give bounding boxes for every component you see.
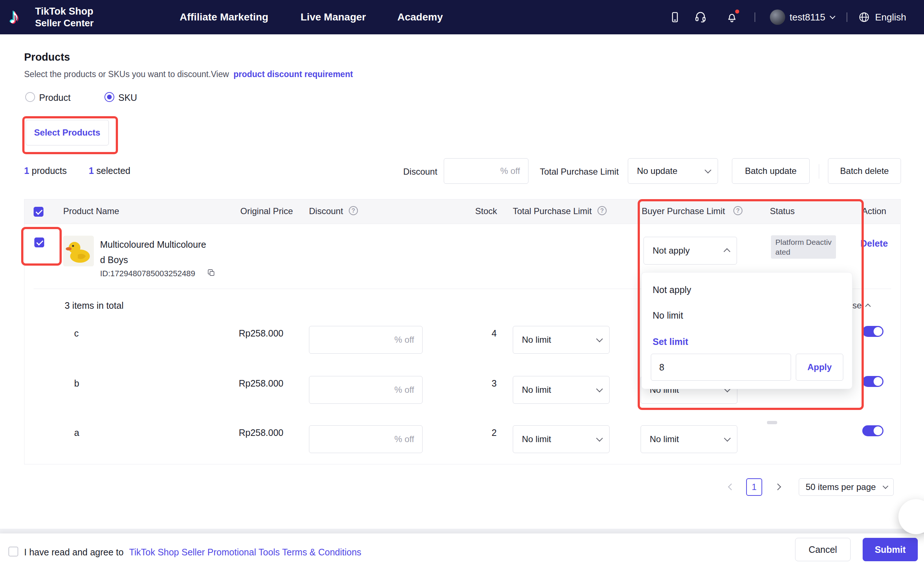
col-product-name: Product Name [63,206,119,216]
items-total-label: 3 items in total [65,300,124,311]
sku-total-limit-select[interactable]: No limit [513,425,610,453]
nav-academy[interactable]: Academy [397,0,443,34]
submit-button[interactable]: Submit [863,538,918,561]
brand-line2: Seller Center [35,17,93,29]
status-badge: Platform Deactiv ated [771,235,836,259]
products-count-number: 1 [24,165,29,176]
buyer-limit-select-open[interactable]: Not apply [644,237,737,265]
chevron-down-icon [705,167,711,173]
pagination-page-1[interactable]: 1 [746,478,762,496]
nav-affiliate-marketing[interactable]: Affiliate Marketing [180,0,268,34]
sku-name: b [74,378,79,389]
chevron-up-icon [865,303,871,310]
batch-total-limit-select[interactable]: No update [628,158,718,184]
total-limit-help-icon[interactable]: ? [598,206,607,215]
radio-sku-label[interactable]: SKU [118,92,137,103]
table-header [24,199,901,224]
sku-total-limit-select[interactable]: No limit [513,326,610,354]
selected-count: 1 selected [89,165,130,176]
sku-name: c [74,328,79,339]
page-size-select[interactable]: 50 items per page [799,478,894,496]
terms-checkbox[interactable] [8,547,18,556]
option-set-limit[interactable]: Set limit [642,329,852,354]
language-selector[interactable]: English [875,0,906,34]
chevron-down-icon [596,336,603,342]
batch-update-button[interactable]: Batch update [732,158,810,184]
copy-icon[interactable] [207,268,216,277]
sku-total-limit-select[interactable]: No limit [513,376,610,404]
sku-buyer-limit-select[interactable]: No limit [641,425,737,453]
page-size-value: 50 items per page [806,482,876,492]
terms-link[interactable]: TikTok Shop Seller Promotional Tools Ter… [129,547,361,557]
batch-delete-button[interactable]: Batch delete [828,158,901,184]
chevron-down-icon [883,483,889,489]
apply-button[interactable]: Apply [796,354,843,381]
sku-price: Rp258.000 [210,428,283,438]
globe-icon[interactable] [858,11,870,23]
brand-wordmark: TikTok Shop Seller Center [35,6,93,29]
set-limit-input[interactable] [651,354,791,381]
sku-active-toggle[interactable] [862,326,883,337]
chevron-down-icon [596,435,603,441]
chevron-down-icon [830,14,835,19]
sku-discount-input[interactable] [309,376,422,404]
products-count-label: products [32,165,67,176]
selected-count-label: selected [96,165,130,176]
cancel-button[interactable]: Cancel [795,538,851,561]
chevron-down-icon [596,386,603,392]
user-name: test8115 [789,12,825,23]
page-title: Products [24,51,70,63]
batch-total-limit-value: No update [637,166,678,176]
status-line2: ated [776,247,832,257]
discount-requirement-link[interactable]: product discount requirement [233,69,353,79]
nav-live-manager[interactable]: Live Manager [301,0,366,34]
batch-discount-label: Discount [403,167,437,177]
stray-mark [767,421,777,424]
support-headset-icon[interactable] [695,11,706,23]
delete-link[interactable]: Delete [860,238,888,249]
product-name: Multicoloured Multicoloure d Boys [100,237,206,267]
select-products-button[interactable]: Select Products [26,120,109,146]
toolbar-divider [819,164,819,179]
status-line1: Platform Deactiv [776,237,832,247]
pagination-prev-button[interactable] [724,480,739,494]
option-no-limit[interactable]: No limit [642,303,852,327]
pagination-next-button[interactable] [770,480,785,494]
product-name-line1: Multicoloured Multicoloure [100,237,206,252]
sku-total-limit-value: No limit [522,335,551,345]
sku-stock: 2 [460,428,497,438]
chevron-down-icon [724,435,730,441]
col-buyer-purchase-limit: Buyer Purchase Limit [642,206,725,216]
sku-active-toggle[interactable] [862,376,883,387]
radio-product[interactable] [25,92,35,102]
sku-discount-input[interactable] [309,425,422,453]
col-stock: Stock [475,206,497,216]
footer-bar: I have read and agree to TikTok Shop Sel… [0,533,924,570]
radio-sku[interactable] [104,92,114,102]
sku-active-toggle[interactable] [862,425,883,436]
avatar[interactable] [770,9,785,25]
sku-total-limit-value: No limit [522,385,551,395]
col-status: Status [770,206,795,216]
row-checkbox[interactable] [34,238,44,247]
buyer-limit-dropdown-panel: Not apply No limit Set limit Apply [641,272,852,389]
page: ♪ TikTok Shop Seller Center Affiliate Ma… [0,0,924,570]
sku-stock: 3 [460,378,497,389]
notification-dot [735,9,739,14]
mobile-app-icon[interactable] [669,11,681,23]
radio-product-label[interactable]: Product [39,92,70,103]
subtitle-text: Select the products or SKUs you want to … [24,69,229,79]
batch-discount-input[interactable] [444,158,528,184]
discount-help-icon[interactable]: ? [349,206,358,215]
sku-discount-input[interactable] [309,326,422,354]
buyer-limit-help-icon[interactable]: ? [733,206,742,215]
select-all-checkbox[interactable] [34,207,43,217]
user-menu[interactable]: test8115 [789,0,835,34]
option-not-apply[interactable]: Not apply [642,278,852,302]
chevron-right-icon [774,483,781,490]
product-id: ID:1729480785003252489 [100,269,196,279]
col-discount: Discount [309,206,343,216]
product-image [63,236,94,267]
sku-buyer-limit-value: No limit [650,434,679,444]
rubber-duck-image [63,236,94,267]
